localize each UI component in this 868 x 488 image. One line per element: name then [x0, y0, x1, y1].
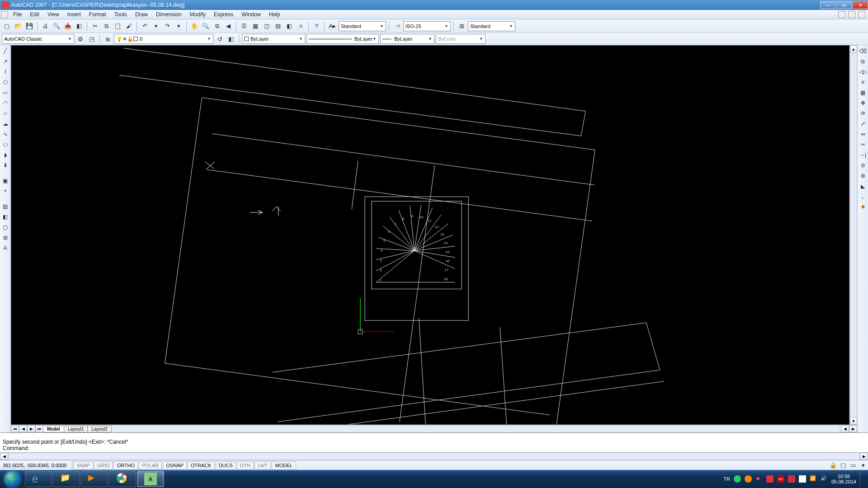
toggle-ducs[interactable]: DUCS — [216, 461, 236, 469]
task-explorer[interactable]: 📁 — [53, 471, 80, 487]
tray-flag-icon[interactable]: 🏳 — [799, 475, 806, 483]
new-icon[interactable]: ▢ — [2, 21, 12, 31]
maximize-button[interactable]: ▭ — [836, 1, 852, 9]
tray-icon-ati[interactable]: ATI — [777, 475, 784, 483]
publish-icon[interactable]: 📤 — [63, 21, 73, 31]
zoom-win-icon[interactable]: ⧉ — [212, 21, 222, 31]
tray-icon-2[interactable] — [745, 475, 752, 483]
array-icon[interactable]: ▦ — [859, 88, 868, 97]
mdi-close-icon[interactable] — [858, 11, 865, 18]
command-prompt[interactable]: Command: — [3, 445, 865, 451]
plot-icon[interactable]: 🖨 — [40, 21, 50, 31]
hscroll-right-icon[interactable]: ▶ — [849, 426, 857, 432]
mirror-icon[interactable]: ◁▷ — [859, 67, 868, 76]
chamfer-icon[interactable]: ◣ — [859, 182, 868, 191]
tab-layout2[interactable]: Layout2 — [87, 426, 112, 432]
trim-icon[interactable]: ✂ — [859, 140, 868, 149]
task-autocad[interactable]: A — [137, 471, 164, 487]
tab-next-icon[interactable]: ▶ — [27, 426, 35, 432]
lineweight-control-combo[interactable]: ByLayer▼ — [380, 34, 434, 44]
menu-window[interactable]: Window — [237, 10, 265, 19]
menu-help[interactable]: Help — [265, 10, 284, 19]
workspace-save-icon[interactable]: ◳ — [87, 34, 97, 44]
toggle-lwt[interactable]: LWT — [255, 461, 271, 469]
command-scroll[interactable]: ◀ ▶ — [0, 452, 868, 460]
cmd-scroll-right-icon[interactable]: ▶ — [860, 453, 868, 460]
tray-icon-1[interactable] — [734, 475, 741, 483]
redo-dd-icon[interactable]: ▾ — [174, 21, 184, 31]
hatch-icon[interactable]: ▨ — [1, 202, 10, 211]
tray-volume-icon[interactable]: 🔊 — [821, 475, 828, 483]
status-lock-icon[interactable]: 🔒 — [828, 460, 838, 470]
markup-icon[interactable]: ◧ — [284, 21, 294, 31]
erase-icon[interactable]: ⌫ — [859, 47, 868, 56]
line-icon[interactable]: ╱ — [1, 47, 10, 56]
help-icon[interactable]: ? — [311, 21, 321, 31]
point-icon[interactable]: • — [1, 187, 10, 196]
layer-prev-icon[interactable]: ↺ — [215, 34, 225, 44]
tab-model[interactable]: Model — [43, 426, 64, 432]
block-icon[interactable]: ▣ — [1, 176, 10, 185]
mdi-restore-icon[interactable] — [848, 11, 855, 18]
table-icon[interactable]: ⊞ — [1, 233, 10, 242]
pline-icon[interactable]: ⌇ — [1, 67, 10, 76]
ellipsearc-icon[interactable]: ◗ — [1, 150, 10, 160]
paste-icon[interactable]: 📋 — [113, 21, 123, 31]
ellipse-icon[interactable]: ⬭ — [1, 140, 10, 149]
join-icon[interactable]: ⊕ — [859, 171, 868, 180]
tab-last-icon[interactable]: ⏭ — [35, 426, 43, 432]
scroll-down-icon[interactable]: ▼ — [850, 417, 857, 425]
toggle-polar[interactable]: POLAR — [139, 461, 162, 469]
extend-icon[interactable]: →| — [859, 150, 868, 160]
table-style-combo[interactable]: Standard▼ — [468, 21, 515, 31]
toggle-ortho[interactable]: ORTHO — [113, 461, 138, 469]
start-button[interactable] — [0, 470, 24, 488]
mdi-minimize-icon[interactable] — [838, 11, 845, 18]
menu-file[interactable]: File — [9, 10, 26, 19]
fillet-icon[interactable]: ◟ — [859, 192, 868, 201]
toggle-grid[interactable]: GRID — [94, 461, 113, 469]
color-control-combo[interactable]: ByLayer▼ — [242, 34, 305, 44]
toggle-osnap[interactable]: OSNAP — [163, 461, 187, 469]
menu-express[interactable]: Express — [210, 10, 237, 19]
textstyle-icon[interactable]: A▸ — [327, 21, 337, 31]
scroll-up-icon[interactable]: ▲ — [850, 45, 857, 53]
tablestyle-icon[interactable]: ⊞ — [457, 21, 467, 31]
menu-edit[interactable]: Edit — [26, 10, 43, 19]
preview-icon[interactable]: 🔍 — [52, 21, 61, 31]
properties-icon[interactable]: ☰ — [239, 21, 249, 31]
status-cleanscreen-icon[interactable]: ▭ — [848, 460, 858, 470]
insert-icon[interactable]: ⬇ — [1, 161, 10, 170]
region-icon[interactable]: ▢ — [1, 223, 10, 232]
zoom-rt-icon[interactable]: 🔍 — [201, 21, 211, 31]
command-window[interactable]: Specify second point or [Exit/Undo] <Exi… — [0, 432, 868, 452]
match-icon[interactable]: 🖌 — [124, 21, 134, 31]
move-icon[interactable]: ✥ — [859, 99, 868, 108]
designcenter-icon[interactable]: ▦ — [250, 21, 260, 31]
menu-draw[interactable]: Draw — [131, 10, 152, 19]
dim-style-combo[interactable]: ISO-25▼ — [403, 21, 451, 31]
layer-states-icon[interactable]: ◧ — [226, 34, 236, 44]
tab-first-icon[interactable]: ⏮ — [11, 426, 19, 432]
rectangle-icon[interactable]: ▭ — [1, 88, 10, 97]
task-mediaplayer[interactable]: ▶ — [81, 471, 108, 487]
menu-dimension[interactable]: Dimension — [152, 10, 186, 19]
task-ie[interactable]: e — [25, 471, 52, 487]
menu-modify[interactable]: Modify — [186, 10, 210, 19]
copy-icon[interactable]: ⧉ — [101, 21, 111, 31]
tab-layout1[interactable]: Layout1 — [64, 426, 88, 432]
polygon-icon[interactable]: ⬠ — [1, 78, 10, 87]
plotstyle-control-combo[interactable]: ByColor▼ — [436, 34, 486, 44]
copyobj-icon[interactable]: ⧉ — [859, 57, 868, 66]
toggle-model[interactable]: MODEL — [272, 461, 296, 469]
mdi-system-icon[interactable] — [1, 11, 8, 18]
tray-icon-4[interactable] — [766, 475, 774, 483]
dimstyle-icon[interactable]: ⊣ — [392, 21, 402, 31]
workspace-combo[interactable]: AutoCAD Classic▼ — [2, 34, 74, 44]
quickcalc-icon[interactable]: ⌗ — [296, 21, 306, 31]
arc-icon[interactable]: ◠ — [1, 99, 10, 108]
redo-icon[interactable]: ↷ — [162, 21, 172, 31]
open-icon[interactable]: 📂 — [13, 21, 23, 31]
menu-view[interactable]: View — [43, 10, 63, 19]
3ddwf-icon[interactable]: ◧ — [74, 21, 84, 31]
